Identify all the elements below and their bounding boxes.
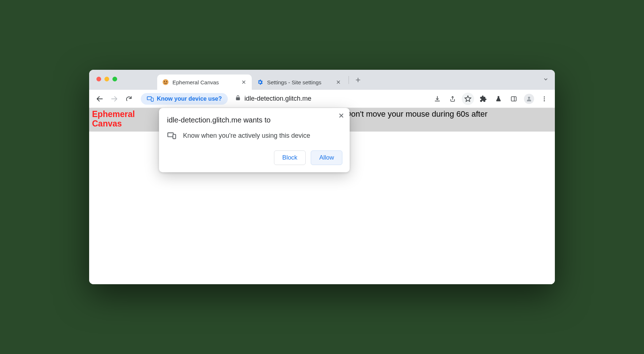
permission-text: Know when you're actively using this dev… [183,132,310,140]
page-description: [Don't move your mouse during 60s after [343,109,488,119]
favicon-icon [162,79,169,85]
titlebar: Ephemeral Canvas Settings - Site setting… [89,70,555,90]
back-button[interactable] [94,93,106,105]
reload-button[interactable] [123,93,135,105]
downloads-icon[interactable] [431,93,444,105]
block-button[interactable]: Block [274,150,306,165]
profile-button[interactable] [523,93,535,105]
labs-icon[interactable] [492,93,505,105]
devices-icon [167,131,176,140]
browser-window: Ephemeral Canvas Settings - Site setting… [89,70,555,284]
menu-button[interactable] [538,93,550,105]
tab-search-button[interactable] [543,77,548,83]
permission-row: Know when you're actively using this dev… [167,131,342,140]
svg-point-2 [166,81,167,82]
maximize-window-button[interactable] [112,77,117,81]
toolbar: Know your device use? idle-detection.gli… [89,90,555,108]
tab-separator [349,76,349,84]
page-title: Ephemeral Canvas [92,109,139,129]
popup-actions: Block Allow [167,150,342,165]
allow-button[interactable]: Allow [311,150,342,165]
svg-rect-11 [173,134,176,139]
share-icon[interactable] [446,93,459,105]
toolbar-actions [431,93,550,105]
svg-point-9 [544,100,545,101]
svg-rect-5 [511,97,516,101]
svg-point-7 [544,96,545,97]
sidepanel-icon[interactable] [508,93,520,105]
tab-strip: Ephemeral Canvas Settings - Site setting… [157,70,555,90]
svg-point-8 [544,98,545,99]
svg-rect-10 [168,133,173,137]
window-controls [96,77,117,81]
permission-prompt: idle-detection.glitch.me wants to Know w… [159,108,350,172]
close-tab-icon[interactable] [335,79,341,85]
permission-chip[interactable]: Know your device use? [141,93,228,105]
svg-rect-4 [151,98,154,101]
svg-rect-3 [147,97,152,100]
extensions-icon[interactable] [477,93,489,105]
forward-button[interactable] [108,93,120,105]
tab-settings[interactable]: Settings - Site settings [252,75,346,90]
tab-ephemeral-canvas[interactable]: Ephemeral Canvas [157,75,252,90]
tab-title: Settings - Site settings [267,79,332,85]
svg-point-0 [163,79,168,85]
bookmark-icon[interactable] [462,93,474,105]
popup-title: idle-detection.glitch.me wants to [167,116,342,124]
url-text: idle-detection.glitch.me [245,95,311,102]
avatar-icon [524,94,534,104]
address-bar[interactable]: idle-detection.glitch.me [235,95,311,102]
lock-icon [235,95,241,102]
new-tab-button[interactable] [353,75,363,85]
minimize-window-button[interactable] [104,77,109,81]
gear-icon [257,79,263,85]
chip-label: Know your device use? [157,96,222,102]
tab-title: Ephemeral Canvas [172,79,237,85]
close-icon[interactable] [337,112,345,120]
svg-point-1 [164,81,165,82]
close-tab-icon[interactable] [241,79,247,85]
close-window-button[interactable] [96,77,101,81]
svg-point-6 [528,97,530,99]
page-content: Ephemeral Canvas [Don't move your mouse … [89,108,555,284]
devices-icon [147,95,154,102]
